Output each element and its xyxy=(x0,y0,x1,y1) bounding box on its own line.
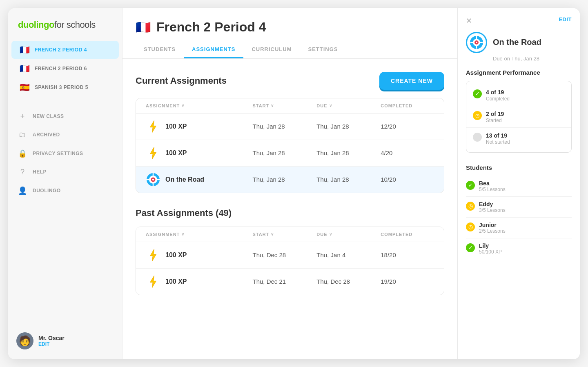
start-date: Thu, Dec 21 xyxy=(252,278,316,285)
logo-rest: for schools xyxy=(54,20,96,30)
past-col-assignment: ASSIGNMENT ∨ xyxy=(146,232,252,237)
perf-text: 2 of 19 Started xyxy=(486,110,504,123)
student-progress: 5/5 Lessons xyxy=(479,187,506,192)
students-list: ✓ Bea 5/5 Lessons ◷ Eddy 3/5 Lessons ◷ J… xyxy=(466,176,572,259)
detail-assignment-icon xyxy=(466,32,487,53)
page-title: French 2 Period 4 xyxy=(156,20,266,35)
detail-edit-button[interactable]: EDIT xyxy=(559,16,572,22)
table-row[interactable]: 100 XP Thu, Jan 28 Thu, Jan 28 4/20 xyxy=(136,140,444,167)
sidebar-action-help[interactable]: ? HELP xyxy=(8,163,122,181)
sidebar-classes: 🇫🇷 FRENCH 2 PERIOD 4🇫🇷 FRENCH 2 PERIOD 6… xyxy=(8,38,122,99)
xp-bolt-icon xyxy=(147,276,159,288)
sidebar-action-privacy-settings[interactable]: 🔒 PRIVACY SETTINGS xyxy=(8,144,122,163)
sidebar-class-spanish3p5[interactable]: 🇪🇸 SPANISH 3 PERIOD 5 xyxy=(11,78,119,96)
perf-status-icon xyxy=(473,133,482,142)
duolingo-label: DUOLINGO xyxy=(33,188,61,194)
perf-text: 4 of 19 Completed xyxy=(486,89,510,102)
student-status-icon: ✓ xyxy=(466,243,475,252)
sidebar-action-new-class[interactable]: + NEW CLASS xyxy=(8,107,122,126)
create-new-button[interactable]: CREATE NEW xyxy=(379,72,444,90)
student-progress: 3/5 Lessons xyxy=(479,207,506,213)
sidebar-bottom: 🧑 Mr. Oscar EDIT xyxy=(8,324,122,359)
road-icon xyxy=(146,173,160,187)
assignment-cell: 100 XP xyxy=(146,274,252,289)
perf-sub: Started xyxy=(486,118,504,123)
tab-curriculum[interactable]: CURRICULUM xyxy=(243,42,300,58)
detail-assignment-due: Due on Thu, Jan 28 xyxy=(493,56,572,62)
start-date: Thu, Jan 28 xyxy=(252,123,316,130)
class-flag: 🇫🇷 xyxy=(20,46,30,54)
performance-row: 13 of 19 Not started xyxy=(466,128,571,149)
student-status-icon: ◷ xyxy=(466,202,475,211)
assignment-cell: On the Road xyxy=(146,172,252,187)
past-assignments-header: Past Assignments (49) xyxy=(136,208,444,218)
duolingo-icon: 👤 xyxy=(18,186,27,195)
table-row[interactable]: 100 XP Thu, Dec 21 Thu, Dec 28 19/20 xyxy=(136,269,444,295)
sidebar-actions: + NEW CLASS🗂 ARCHIVED🔒 PRIVACY SETTINGS?… xyxy=(8,107,122,200)
col-completed: COMPLETED xyxy=(381,103,434,108)
tab-assignments[interactable]: ASSIGNMENTS xyxy=(184,42,243,58)
assignment-name: 100 XP xyxy=(165,251,187,259)
due-date: Thu, Jan 28 xyxy=(316,176,381,183)
sidebar-action-archived[interactable]: 🗂 ARCHIVED xyxy=(8,126,122,144)
main-content: 🇫🇷 French 2 Period 4 STUDENTSASSIGNMENTS… xyxy=(122,8,457,359)
start-date: Thu, Jan 28 xyxy=(252,149,316,156)
user-edit-link[interactable]: EDIT xyxy=(38,341,65,347)
assignment-icon xyxy=(146,172,160,187)
svg-point-5 xyxy=(152,178,154,180)
student-name: Bea xyxy=(479,180,506,187)
past-table-rows: 100 XP Thu, Dec 28 Thu, Jan 4 18/20 100 … xyxy=(136,242,444,295)
xp-bolt-icon xyxy=(147,120,159,133)
table-row[interactable]: 100 XP Thu, Dec 28 Thu, Jan 4 18/20 xyxy=(136,242,444,269)
table-row[interactable]: On the Road Thu, Jan 28 Thu, Jan 28 10/2… xyxy=(136,167,444,193)
perf-sub: Completed xyxy=(486,96,510,102)
detail-assignment-title: On the Road xyxy=(493,38,541,47)
new-class-icon: + xyxy=(18,112,27,121)
main-tabs: STUDENTSASSIGNMENTSCURRICULUMSETTINGS xyxy=(136,42,444,58)
sidebar-class-french2p6[interactable]: 🇫🇷 FRENCH 2 PERIOD 6 xyxy=(11,60,119,78)
sidebar-action-duolingo[interactable]: 👤 DUOLINGO xyxy=(8,181,122,200)
due-date: Thu, Jan 4 xyxy=(316,251,381,258)
performance-row: ◷ 2 of 19 Started xyxy=(466,106,571,128)
new-class-label: NEW CLASS xyxy=(33,113,64,119)
completed-count: 12/20 xyxy=(381,123,434,130)
detail-close-button[interactable]: ✕ xyxy=(466,16,472,25)
xp-bolt-icon xyxy=(147,147,159,159)
past-col-completed: COMPLETED xyxy=(381,232,434,237)
student-progress: 50/100 XP xyxy=(479,249,502,255)
student-row: ◷ Eddy 3/5 Lessons xyxy=(466,197,572,218)
assignment-name: 100 XP xyxy=(165,123,187,130)
students-section: Students ✓ Bea 5/5 Lessons ◷ Eddy 3/5 Le… xyxy=(466,164,572,259)
col-start: START ∨ xyxy=(252,103,316,108)
class-label: FRENCH 2 PERIOD 4 xyxy=(35,47,87,53)
current-assignments-title: Current Assignments xyxy=(136,76,227,86)
detail-panel-top: ✕ EDIT xyxy=(466,16,572,25)
privacy-settings-label: PRIVACY SETTINGS xyxy=(33,151,83,156)
class-label: FRENCH 2 PERIOD 6 xyxy=(35,66,87,71)
start-date: Thu, Dec 28 xyxy=(252,251,316,258)
current-table-header: ASSIGNMENT ∨ START ∨ DUE ∨ COMPLETED xyxy=(136,98,444,113)
past-assignments-title: Past Assignments (49) xyxy=(136,208,232,218)
privacy-settings-icon: 🔒 xyxy=(18,149,27,158)
start-date: Thu, Jan 28 xyxy=(252,176,316,183)
assignment-icon xyxy=(146,119,160,134)
student-name: Eddy xyxy=(479,201,506,207)
performance-card: ✓ 4 of 19 Completed ◷ 2 of 19 Started 13… xyxy=(466,81,572,153)
assignment-cell: 100 XP xyxy=(146,146,252,160)
past-col-start: START ∨ xyxy=(252,232,316,237)
help-icon: ? xyxy=(18,168,27,176)
assignment-icon xyxy=(146,146,160,160)
completed-count: 18/20 xyxy=(381,251,434,258)
archived-label: ARCHIVED xyxy=(33,132,60,138)
sidebar-class-french2p4[interactable]: 🇫🇷 FRENCH 2 PERIOD 4 xyxy=(11,41,119,59)
tab-students[interactable]: STUDENTS xyxy=(136,42,184,58)
col-assignment: ASSIGNMENT ∨ xyxy=(146,103,252,108)
assignment-icon xyxy=(146,274,160,289)
performance-title: Assignment Performance xyxy=(466,69,572,76)
table-row[interactable]: 100 XP Thu, Jan 28 Thu, Jan 28 12/20 xyxy=(136,113,444,140)
main-body: Current Assignments CREATE NEW ASSIGNMEN… xyxy=(122,59,457,359)
detail-panel: ✕ EDIT On the Road Due on Thu, J xyxy=(457,8,580,359)
tab-settings[interactable]: SETTINGS xyxy=(300,42,346,58)
student-row: ◷ Junior 2/5 Lessons xyxy=(466,218,572,238)
completed-count: 4/20 xyxy=(381,149,434,156)
